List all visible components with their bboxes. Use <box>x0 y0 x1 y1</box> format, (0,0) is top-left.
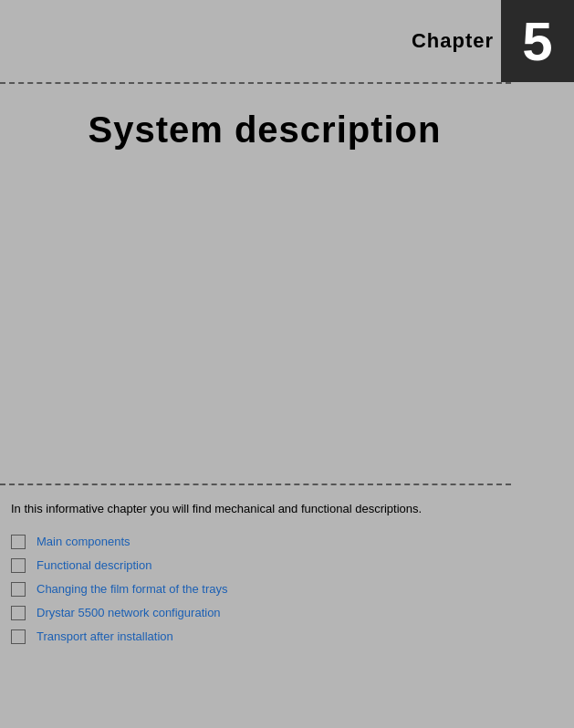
toc-checkbox-icon <box>11 558 26 573</box>
toc-item: Changing the film format of the trays <box>11 582 549 597</box>
chapter-label-area: Chapter 5 <box>412 0 574 82</box>
toc-item: Main components <box>11 535 549 549</box>
chapter-number-box: 5 <box>501 0 574 82</box>
page-container: Chapter 5 System description In this inf… <box>0 0 574 728</box>
toc-item: Functional description <box>11 558 549 573</box>
chapter-header: Chapter 5 <box>0 0 574 82</box>
toc-link-0[interactable]: Main components <box>37 535 130 548</box>
toc-item: Transport after installation <box>11 629 549 644</box>
toc-link-3[interactable]: Drystar 5500 network configuration <box>37 606 221 619</box>
toc-link-4[interactable]: Transport after installation <box>37 629 173 643</box>
toc-link-2[interactable]: Changing the film format of the trays <box>37 582 228 596</box>
toc-checkbox-icon <box>11 582 26 597</box>
toc-list: Main componentsFunctional descriptionCha… <box>11 535 549 644</box>
toc-checkbox-icon <box>11 629 26 644</box>
toc-link-1[interactable]: Functional description <box>37 558 151 572</box>
toc-checkbox-icon <box>11 535 26 549</box>
title-area: System description <box>0 91 529 160</box>
top-separator <box>0 82 511 84</box>
chapter-label: Chapter <box>412 29 501 53</box>
toc-checkbox-icon <box>11 606 26 620</box>
intro-text: In this informative chapter you will fin… <box>11 500 549 518</box>
bottom-content: In this informative chapter you will fin… <box>11 500 549 653</box>
chapter-number: 5 <box>522 10 552 73</box>
toc-item: Drystar 5500 network configuration <box>11 606 549 620</box>
bottom-separator <box>0 484 511 485</box>
page-title: System description <box>0 109 529 151</box>
